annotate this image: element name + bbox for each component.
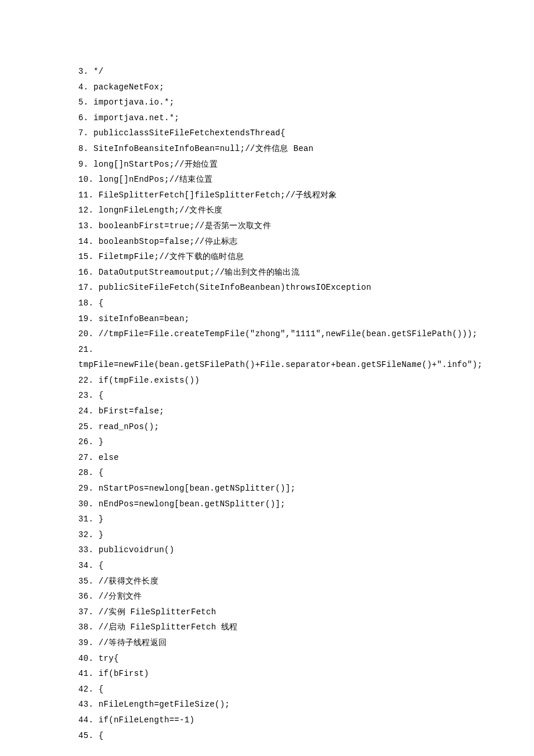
line-number: 3. [78,67,88,76]
code-line: 20. //tmpFile=File.createTempFile("zhong… [78,326,534,342]
line-content: if(tmpFile.exists()) [93,376,200,385]
line-number: 5. [78,98,88,107]
line-number: 23. [78,391,93,400]
line-number: 17. [78,283,93,292]
line-content: FileSplitterFetch[]fileSplitterFetch;//子… [93,190,337,200]
code-line: 38. //启动 FileSplitterFetch 线程 [78,620,534,635]
code-line: 5. importjava.io.*; [78,95,534,110]
code-line: 21. [78,342,534,358]
line-number: 13. [78,221,93,231]
line-content: nStartPos=newlong[bean.getNSplitter()]; [93,484,295,493]
line-content: { [93,561,103,570]
line-content: importjava.io.*; [88,98,174,107]
code-line: 14. booleanbStop=false;//停止标志 [78,234,534,250]
code-line: 30. nEndPos=newlong[bean.getNSplitter()]… [78,496,534,512]
code-line: 22. if(tmpFile.exists()) [78,373,534,388]
line-number: 44. [78,715,93,725]
line-content: booleanbFirst=true;//是否第一次取文件 [93,221,271,231]
code-line: 43. nFileLength=getFileSize(); [78,697,534,712]
code-line: 45. { [78,728,534,744]
line-content: publicvoidrun() [93,545,174,555]
line-number: 4. [78,82,88,92]
line-number: 40. [78,654,93,663]
line-content: bFirst=false; [93,406,164,416]
line-content: importjava.net.*; [88,113,179,123]
code-line: 27. else [78,450,534,466]
code-line: 24. bFirst=false; [78,404,534,419]
line-number: 26. [78,437,93,447]
code-line: 29. nStartPos=newlong[bean.getNSplitter(… [78,481,534,496]
line-number: 29. [78,484,93,493]
line-number: 37. [78,607,93,617]
code-line: 36. //分割文件 [78,589,534,604]
line-number: 19. [78,314,93,323]
code-line: 26. } [78,434,534,450]
line-number: 41. [78,669,93,678]
line-number: 8. [78,144,88,153]
line-number: 45. [78,731,93,740]
code-line: 4. packageNetFox; [78,80,534,95]
code-line: 42. { [78,682,534,697]
code-line: 31. } [78,512,534,527]
line-number: 33. [78,545,93,555]
line-number: 22. [78,376,93,385]
line-number: 42. [78,685,93,694]
code-line: 11. FileSplitterFetch[]fileSplitterFetch… [78,188,534,203]
code-line: 34. { [78,558,534,574]
line-content: { [93,731,103,740]
line-content: */ [88,67,103,76]
line-content: { [93,468,103,477]
line-content: if(bFirst) [93,669,149,678]
line-content: SiteInfoBeansiteInfoBean=null;//文件信息 Bea… [88,144,313,153]
code-line: 18. { [78,296,534,311]
line-content: //分割文件 [93,592,142,601]
line-content: { [93,685,103,694]
line-number: 10. [78,175,93,184]
line-number: 34. [78,561,93,570]
line-number: 25. [78,422,93,431]
code-line: 28. { [78,465,534,481]
line-content: long[]nStartPos;//开始位置 [88,160,218,169]
code-line: 41. if(bFirst) [78,666,534,682]
line-content: read_nPos(); [93,422,159,431]
line-content: longnFileLength;//文件长度 [93,206,223,215]
line-number: 16. [78,268,93,277]
line-content: publicSiteFileFetch(SiteInfoBeanbean)thr… [93,283,371,292]
line-content: siteInfoBean=bean; [93,314,189,323]
line-number: 36. [78,592,93,601]
code-line: 23. { [78,388,534,404]
line-content: { [93,298,103,308]
line-content: DataOutputStreamoutput;//输出到文件的输出流 [93,268,300,277]
code-line: 3. */ [78,64,534,80]
line-content: tmpFile=newFile(bean.getSFilePath()+File… [78,360,482,369]
code-line: 25. read_nPos(); [78,419,534,435]
line-number: 7. [78,128,88,138]
code-line: 32. } [78,527,534,543]
line-number: 28. [78,468,93,477]
line-content: nFileLength=getFileSize(); [93,700,230,709]
line-number: 31. [78,514,93,524]
line-content: else [93,453,119,462]
code-line: 17. publicSiteFileFetch(SiteInfoBeanbean… [78,280,534,296]
code-line: 40. try{ [78,651,534,667]
line-number: 38. [78,622,93,632]
code-line: 16. DataOutputStreamoutput;//输出到文件的输出流 [78,265,534,280]
line-number: 6. [78,113,88,123]
code-line: 8. SiteInfoBeansiteInfoBean=null;//文件信息 … [78,141,534,157]
code-line: 44. if(nFileLength==-1) [78,712,534,728]
code-line: 12. longnFileLength;//文件长度 [78,203,534,218]
line-number: 18. [78,298,93,308]
code-line: 33. publicvoidrun() [78,542,534,558]
code-line: tmpFile=newFile(bean.getSFilePath()+File… [78,357,534,373]
code-line: 6. importjava.net.*; [78,110,534,126]
line-content: if(nFileLength==-1) [93,715,194,725]
line-content: } [93,514,103,524]
line-content: //等待子线程返回 [93,638,167,647]
line-content: booleanbStop=false;//停止标志 [93,237,238,246]
line-content: nEndPos=newlong[bean.getNSplitter()]; [93,499,286,509]
line-number: 14. [78,237,93,246]
code-line: 39. //等待子线程返回 [78,635,534,651]
line-number: 9. [78,160,88,169]
line-number: 15. [78,252,93,261]
code-listing: 3. */4. packageNetFox;5. importjava.io.*… [78,64,534,743]
